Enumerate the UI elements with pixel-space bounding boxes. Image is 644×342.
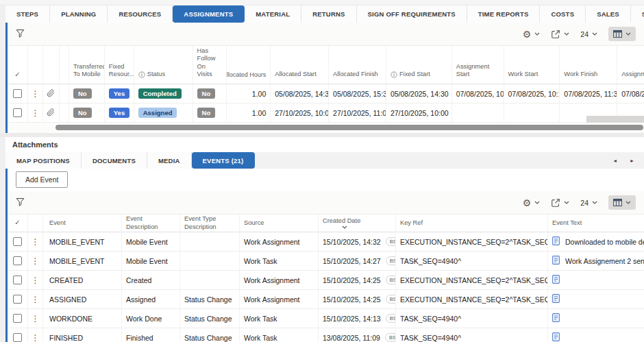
row-menu-icon[interactable]: ⋮ <box>31 108 39 118</box>
created-date-value: 15/10/2025, 14:25 <box>323 295 381 304</box>
col-work-finish[interactable]: Work Finish <box>560 46 617 84</box>
source-value: Work Assignment <box>244 295 300 304</box>
source-value: Work Assignment <box>244 238 300 246</box>
row-checkbox[interactable] <box>13 256 22 265</box>
transferred-to-mobile-badge: No <box>73 108 92 118</box>
allocated-finish-value: 05/08/2025, 15:30 <box>333 90 386 98</box>
row-menu-icon[interactable]: ⋮ <box>32 276 40 285</box>
row-menu-icon[interactable]: ⋮ <box>31 89 39 99</box>
col-event-description[interactable]: Event Description <box>122 215 180 232</box>
tab-resources[interactable]: RESOURCES <box>108 5 173 23</box>
settings-button[interactable]: ⚙ <box>523 198 541 208</box>
export-button[interactable] <box>551 29 569 39</box>
event-description-value: Mobile Event <box>126 238 168 246</box>
tab-events[interactable]: EVENTS (21) <box>192 152 256 169</box>
add-event-button[interactable]: Add Event <box>16 171 68 188</box>
col-allocated-finish[interactable]: Allocated Finish <box>329 46 386 84</box>
page-size-dropdown[interactable]: 24 <box>580 30 597 38</box>
source-value: Work Task <box>244 334 277 342</box>
allocated-start-value: 05/08/2025, 14:30 <box>275 90 329 98</box>
tab-costs[interactable]: COSTS <box>540 5 586 23</box>
event-text-note-icon[interactable] <box>552 293 560 306</box>
status-badge: Completed <box>138 88 182 99</box>
select-all-check-icon[interactable]: ✓ <box>14 71 20 80</box>
col-allocated-hours[interactable]: Allocated Hours <box>227 46 271 84</box>
row-menu-icon[interactable]: ⋮ <box>32 333 40 342</box>
col-assignment-finish[interactable]: Assignme <box>617 46 644 84</box>
tab-material[interactable]: MATERIAL <box>245 5 301 23</box>
status-badge: Assigned <box>138 108 177 118</box>
filter-icon <box>16 29 25 38</box>
col-created-date[interactable]: Created Date <box>319 215 396 232</box>
assignment-row: ⋮ No Yes Completed No 1.00 05/08/2025, 1… <box>8 84 644 103</box>
grid-view-button[interactable] <box>608 195 636 210</box>
tab-time-reports[interactable]: TIME REPORTS <box>467 5 541 23</box>
tab-summary[interactable]: SUMMARY <box>631 5 644 23</box>
tab-returns[interactable]: RETURNS <box>301 5 356 23</box>
col-event-text[interactable]: Event Text <box>548 215 644 232</box>
horizontal-scrollbar <box>8 123 644 133</box>
event-type-description-value: Status Change <box>184 315 232 323</box>
row-checkbox[interactable] <box>13 295 22 304</box>
page-size-dropdown[interactable]: 24 <box>580 199 597 207</box>
event-text-note-icon[interactable] <box>552 255 560 267</box>
horizontal-scrollbar-thumb[interactable] <box>55 125 643 130</box>
work-finish-value: 07/08/2025, 11:31 <box>564 90 617 98</box>
scroll-tabs-left-icon[interactable]: ◄ <box>612 158 617 163</box>
row-checkbox[interactable] <box>13 333 22 342</box>
paperclip-icon[interactable] <box>47 88 55 100</box>
filter-button[interactable] <box>16 28 25 40</box>
col-assignment-start[interactable]: Assignment Start <box>452 46 504 84</box>
gear-icon: ⚙ <box>523 198 532 208</box>
gear-icon: ⚙ <box>523 29 532 39</box>
row-menu-icon[interactable]: ⋮ <box>32 256 40 266</box>
event-value: MOBILE_EVENT <box>49 257 105 265</box>
tab-sign-off-requirements[interactable]: SIGN OFF REQUIREMENTS <box>357 5 467 23</box>
event-text-note-icon[interactable] <box>552 274 560 286</box>
tab-assignments[interactable]: ASSIGNMENTS <box>173 5 245 23</box>
filter-button[interactable] <box>16 197 25 209</box>
event-text-note-icon[interactable] <box>552 313 560 325</box>
col-status[interactable]: Status <box>134 46 193 84</box>
event-type-description-value: Status Change <box>184 334 232 342</box>
allocated-finish-value: 27/10/2025, 11:00 <box>333 109 386 117</box>
col-event[interactable]: Event <box>43 215 122 232</box>
assignment-finish-value: 07/08/2 <box>621 90 644 98</box>
col-key-ref[interactable]: Key Ref <box>396 215 548 232</box>
tab-planning[interactable]: PLANNING <box>50 5 108 23</box>
col-fixed-resource[interactable]: Fixed Resour... <box>105 46 134 84</box>
col-has-follow-on-visits[interactable]: Has Follow On Visits <box>193 46 227 84</box>
key-ref-value: TASK_SEQ=4940^ <box>400 315 461 323</box>
event-text-note-icon[interactable] <box>552 236 560 248</box>
timezone-badge: BST <box>386 314 396 323</box>
grid-view-button[interactable] <box>608 27 636 41</box>
tab-documents[interactable]: DOCUMENTS <box>82 152 147 169</box>
col-work-start[interactable]: Work Start <box>504 46 560 84</box>
export-icon <box>551 29 560 39</box>
tab-map-positions[interactable]: MAP POSITIONS <box>5 152 82 169</box>
col-transferred-to-mobile[interactable]: Transferred To Mobile <box>69 46 105 84</box>
select-all-check-icon[interactable]: ✓ <box>14 219 20 228</box>
row-menu-icon[interactable]: ⋮ <box>32 295 40 304</box>
tab-sales[interactable]: SALES <box>586 5 631 23</box>
tab-media[interactable]: MEDIA <box>147 152 192 169</box>
col-event-type-description[interactable]: Event Type Description <box>180 215 240 232</box>
event-text-note-icon[interactable] <box>552 332 560 342</box>
row-checkbox[interactable] <box>13 237 22 246</box>
row-checkbox[interactable] <box>13 108 22 117</box>
event-value: FINISHED <box>49 334 83 342</box>
paperclip-icon[interactable] <box>47 107 55 119</box>
row-checkbox[interactable] <box>13 89 22 98</box>
attachments-title: Attachments <box>12 141 58 149</box>
tab-steps[interactable]: STEPS <box>5 5 50 23</box>
row-checkbox[interactable] <box>13 276 22 284</box>
col-fixed-start[interactable]: Fixed Start <box>386 46 452 84</box>
row-checkbox[interactable] <box>13 314 22 323</box>
col-source[interactable]: Source <box>240 215 319 232</box>
col-allocated-start[interactable]: Allocated Start <box>271 46 329 84</box>
scroll-tabs-right-icon[interactable]: ► <box>630 158 634 163</box>
settings-button[interactable]: ⚙ <box>523 29 541 39</box>
export-button[interactable] <box>551 198 569 208</box>
row-menu-icon[interactable]: ⋮ <box>32 237 40 247</box>
row-menu-icon[interactable]: ⋮ <box>32 314 40 323</box>
